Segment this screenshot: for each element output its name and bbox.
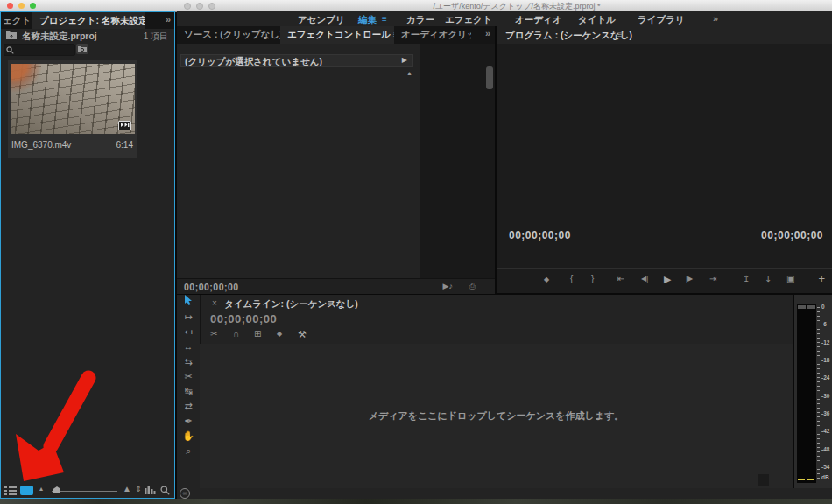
expand-arrow-icon[interactable]: ▶ <box>402 56 407 64</box>
project-item-count: 1 項目 <box>144 31 168 43</box>
timeline-close-icon[interactable]: × <box>212 298 217 308</box>
drop-message: メディアをここにドロップしてシーケンスを作成します。 <box>369 410 624 423</box>
workspace-tab-editing[interactable]: 編集 <box>358 14 377 26</box>
ripple-edit-tool[interactable]: ↤ <box>177 325 200 340</box>
go-to-in-button[interactable]: ⇤ <box>617 274 624 284</box>
list-view-icon[interactable] <box>4 486 17 495</box>
program-menu-icon[interactable]: ≡ <box>617 30 623 39</box>
extract-button[interactable]: ↧ <box>765 274 772 284</box>
sort-icon[interactable]: ⇕ <box>135 485 142 494</box>
project-panel-window: ェクトプロジェクト: 名称未設定 ≡ » 名称未設定.prproj 1 項目 <box>0 11 175 499</box>
project-file-name: 名称未設定.prproj <box>22 31 97 43</box>
zoom-out-icon[interactable]: ▴ <box>39 485 43 493</box>
razor-tool[interactable]: ✂ <box>177 369 200 384</box>
source-tab-overflow-icon[interactable]: » <box>485 28 490 38</box>
zoom-in-icon[interactable]: ▲ <box>123 484 131 494</box>
meter-tick-marks <box>817 307 820 479</box>
automate-to-sequence-icon[interactable] <box>145 486 156 496</box>
add-marker-icon[interactable]: ◆ <box>277 330 282 338</box>
snap-icon[interactable]: ∩ <box>233 329 239 339</box>
program-current-timecode[interactable]: 00;00;00;00 <box>509 229 571 242</box>
step-forward-button[interactable]: |▶ <box>686 275 693 283</box>
export-frame-button[interactable]: ▣ <box>786 274 794 284</box>
inactive-minimize-button[interactable] <box>196 3 203 10</box>
icon-view-button[interactable] <box>20 486 33 495</box>
workspace-tab-color[interactable]: カラー <box>406 14 434 26</box>
thumbnail-size-slider[interactable] <box>52 491 117 492</box>
program-duration-timecode: 00;00;00;00 <box>761 229 823 242</box>
meter-label: -24 <box>821 374 832 381</box>
project-tab-overflow-icon[interactable]: » <box>166 14 171 24</box>
workspace-tab-effects[interactable]: エフェクト <box>445 14 492 26</box>
no-clip-header[interactable]: (クリップが選択されていません) ▶ <box>180 54 413 67</box>
rolling-edit-tool[interactable]: ↔ <box>177 340 200 354</box>
timeline-settings-wrench-icon[interactable]: ⚒ <box>298 329 307 340</box>
workspace-menu-icon[interactable]: ≡ <box>382 14 387 24</box>
tab-source-monitor[interactable]: ソース : (クリップなし) <box>177 26 280 44</box>
vertical-scrollbar-thumb[interactable] <box>486 66 493 89</box>
tab-effects-partial[interactable]: ェクト <box>1 12 32 29</box>
workspace-tab-assembly[interactable]: アセンブリ <box>298 14 345 26</box>
selection-tool[interactable] <box>177 295 200 310</box>
clip-name[interactable]: IMG_6370.m4v <box>11 140 71 150</box>
timeline-drop-area[interactable]: メディアをここにドロップしてシーケンスを作成します。 <box>200 344 793 488</box>
export-media-icon[interactable]: ⎙ <box>469 282 476 291</box>
button-editor-add-button[interactable]: + <box>818 272 825 285</box>
play-audio-only-icon[interactable]: ▶♪ <box>443 282 453 290</box>
workspace-overflow-icon[interactable]: » <box>713 13 718 24</box>
clip-tile[interactable]: IMG_6370.m4v 6:14 <box>8 60 137 158</box>
timeline-timecode[interactable]: 00;00;00;00 <box>210 312 277 326</box>
find-icon[interactable] <box>160 486 170 495</box>
go-to-out-button[interactable]: ⇥ <box>709 274 716 284</box>
mark-out-button[interactable]: } <box>591 274 594 284</box>
titlebar[interactable]: /ユーザ/kento/デスクトップ/名称未設定.prproj * <box>0 0 832 12</box>
tab-effect-controls[interactable]: エフェクトコントロール ≡ <box>280 26 394 44</box>
inactive-zoom-button[interactable] <box>208 3 215 10</box>
program-viewer <box>497 44 832 293</box>
selection-cursor-icon <box>184 295 193 305</box>
slide-tool[interactable]: ⇄ <box>177 399 200 414</box>
track-select-forward-tool[interactable]: ↦ <box>177 310 200 325</box>
zoom-window-button[interactable] <box>30 3 36 9</box>
hand-tool[interactable]: ✋ <box>177 429 200 444</box>
mark-in-button[interactable]: { <box>570 274 573 284</box>
close-window-button[interactable] <box>7 3 13 9</box>
timeline-menu-icon[interactable]: ≡ <box>328 298 333 308</box>
workspace-tab-libraries[interactable]: ライブラリ <box>638 14 685 26</box>
search-input[interactable] <box>4 44 75 56</box>
audio-meter-bars[interactable] <box>797 304 816 483</box>
linked-selection-icon[interactable]: ✂ <box>210 329 217 339</box>
clip-thumbnail[interactable] <box>11 64 135 134</box>
meter-min-dash-right <box>807 479 814 480</box>
link-media-icon[interactable]: ∞ <box>180 488 190 499</box>
rate-stretch-tool[interactable]: ⇆ <box>177 354 200 369</box>
pen-tool[interactable]: ✒ <box>177 414 200 429</box>
effect-controls-bottom-bar: 00;00;00;00 ▶♪ ⎙ <box>177 278 495 294</box>
search-bin-button[interactable] <box>76 44 88 54</box>
slip-tool[interactable]: ↹ <box>177 384 200 399</box>
play-button[interactable]: ▶ <box>664 274 671 285</box>
workspace-tab-audio[interactable]: オーディオ <box>515 14 561 26</box>
effect-controls-timecode: 00;00;00;00 <box>184 282 239 292</box>
project-bottom-toolbar: ▴ ▲ ⇕ <box>1 484 174 498</box>
minimize-window-button[interactable] <box>18 3 25 9</box>
meter-scale-labels: 0 -6 -12 -18 -24 -30 -36 -42 -48 -54 <box>821 304 832 470</box>
lift-button[interactable]: ↥ <box>743 274 750 284</box>
scroll-up-icon[interactable]: ▲ <box>406 70 412 76</box>
search-bin-icon <box>78 46 87 52</box>
tab-project[interactable]: プロジェクト: 名称未設定 ≡ <box>32 12 145 29</box>
step-back-button[interactable]: ◀| <box>641 275 648 283</box>
desktop-background <box>0 499 832 504</box>
zoom-tool[interactable]: ⌕ <box>177 444 200 458</box>
project-folder-icon[interactable] <box>6 31 17 39</box>
workspace-tab-titles[interactable]: タイトル <box>578 14 616 26</box>
meter-label: 0 <box>821 304 832 310</box>
nest-sequence-icon[interactable]: ⊞ <box>254 329 261 339</box>
timeline-title[interactable]: タイムライン: (シーケンスなし) <box>224 298 358 311</box>
thumbnail-size-slider-handle[interactable] <box>53 486 60 494</box>
tab-audio-clip-mixer[interactable]: オーディオクリップミキ <box>394 26 471 44</box>
add-marker-button[interactable]: ◆ <box>544 276 549 284</box>
source-tabstrip: ソース : (クリップなし)エフェクトコントロール ≡オーディオクリップミキ » <box>177 26 495 44</box>
meter-unit-label: dB <box>821 474 829 480</box>
inactive-close-button[interactable] <box>184 3 191 10</box>
